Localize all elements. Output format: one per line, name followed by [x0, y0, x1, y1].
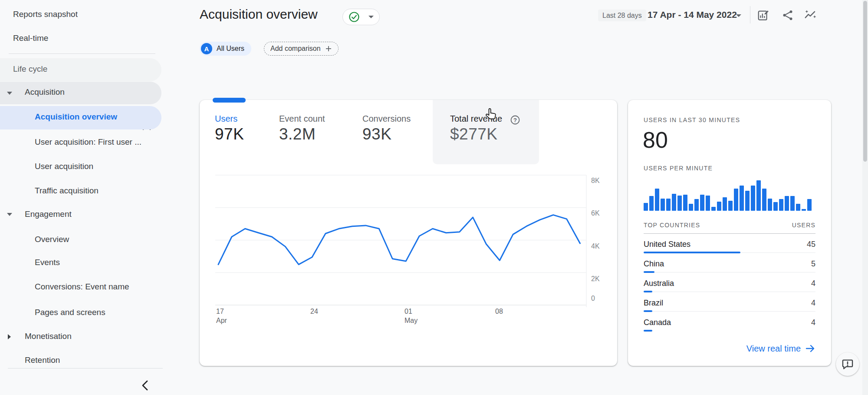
share-button[interactable] [781, 9, 794, 22]
users-per-minute-bar [711, 207, 716, 211]
metric-tab-event-count[interactable]: Event count [279, 114, 325, 124]
users-per-minute-bar [700, 195, 704, 211]
collapse-arrow-icon[interactable] [7, 213, 12, 216]
sidebar-group-acquisition[interactable]: Acquisition [0, 82, 161, 104]
date-range-selector[interactable]: 17 Apr - 14 May 2022 [648, 10, 737, 20]
country-users-bar [644, 310, 652, 312]
users-per-minute-bar [802, 209, 806, 211]
users-per-minute-bar [672, 194, 676, 211]
country-name: Brazil [644, 299, 663, 308]
users-per-minute-bar [740, 186, 744, 211]
x-axis-tick: 17Apr [216, 307, 247, 325]
country-name: Australia [644, 279, 674, 288]
users-per-minute-bar [723, 197, 727, 211]
collapse-arrow-icon[interactable] [7, 92, 12, 95]
row-divider [644, 331, 815, 331]
sidebar-divider [9, 53, 155, 54]
collapse-sidebar-button[interactable] [141, 380, 148, 392]
caret-down-icon[interactable] [736, 14, 741, 17]
users-per-minute-bar [666, 199, 671, 211]
row-divider [644, 292, 815, 292]
row-divider [644, 272, 815, 272]
feedback-button[interactable] [836, 352, 859, 376]
users-per-minute-bar [728, 201, 733, 211]
page-scrollbar-thumb[interactable] [863, 1, 867, 162]
svg-text:?: ? [513, 117, 517, 123]
all-users-label: All Users [217, 45, 244, 53]
users-per-minute-bar [649, 196, 654, 211]
insights-icon [804, 9, 817, 22]
sidebar-item-events[interactable]: Events [35, 257, 60, 268]
users-per-minute-bar [655, 189, 659, 211]
country-row-brazil: Brazil 4 [644, 298, 815, 317]
sidebar-section-life-cycle[interactable]: Life cycle [0, 58, 161, 81]
country-row-united-states: United States 45 [644, 239, 815, 259]
metric-tab-users[interactable]: Users [215, 114, 237, 124]
sidebar-item-reports-snapshot[interactable]: Reports snapshot [13, 9, 78, 20]
users-per-minute-bar [683, 195, 687, 211]
customize-report-icon [757, 9, 770, 22]
sidebar-item-user-acquisition[interactable]: User acquisition [35, 161, 93, 172]
sidebar-item-real-time[interactable]: Real-time [13, 33, 48, 44]
metric-value-users: 97K [215, 125, 244, 143]
x-axis-tick: 01May [404, 307, 435, 325]
report-status-dropdown[interactable] [342, 9, 380, 25]
users-per-minute-bar [807, 199, 812, 211]
page-title: Acquisition overview [200, 7, 318, 22]
feedback-bubble-icon [842, 358, 854, 370]
users-per-minute-bar [717, 202, 721, 211]
comparison-avatar: A [201, 43, 212, 54]
metric-value-conversions: 93K [362, 125, 391, 143]
sidebar-item-traffic-acquisition[interactable]: Traffic acquisition [35, 185, 99, 196]
add-comparison-button[interactable]: Add comparison [264, 42, 339, 56]
users-per-minute-bar [745, 191, 750, 211]
country-users-value: 4 [811, 299, 815, 308]
users-per-minute-bar [677, 196, 682, 211]
sidebar-item-conversions-event-name[interactable]: Conversions: Event name [35, 281, 129, 292]
metric-tab-conversions[interactable]: Conversions [362, 114, 411, 124]
metric-value-event-count: 3.2M [279, 125, 316, 143]
view-real-time-label: View real time [746, 344, 801, 354]
x-axis-tick: 24 [310, 307, 341, 316]
users-per-minute-bar [689, 204, 693, 211]
customize-report-button[interactable] [757, 9, 770, 22]
sidebar-item-pages-and-screens[interactable]: Pages and screens [35, 307, 105, 318]
sidebar-divider [8, 368, 163, 368]
acquisition-overview-card: Users 97K Event count 3.2M Conversions 9… [200, 100, 617, 366]
table-header-divider [644, 233, 815, 234]
sidebar-item-retention[interactable]: Retention [25, 355, 60, 366]
share-icon [781, 9, 794, 22]
plus-icon [325, 45, 332, 52]
caret-down-icon [368, 16, 374, 18]
users-last-30-min-value: 80 [643, 127, 668, 153]
country-users-bar [644, 291, 652, 292]
sidebar-item-user-acquisition-first-user[interactable]: User acquisition: First user ... [35, 136, 141, 148]
users-column-label: USERS [792, 222, 815, 229]
users-per-minute-bar [762, 189, 766, 211]
sidebar-group-engagement[interactable]: Engagement [0, 209, 161, 221]
users-per-minute-bar-chart [644, 180, 813, 211]
users-per-minute-bar [661, 199, 665, 211]
group-label: Engagement [25, 209, 72, 220]
users-line-series [218, 215, 580, 265]
expand-arrow-icon[interactable] [8, 334, 11, 339]
users-per-minute-bar [768, 199, 772, 211]
metric-value-total-revenue: $277K [450, 125, 498, 143]
date-preset-chip: Last 28 days [598, 10, 646, 21]
all-users-comparison-pill[interactable]: A All Users [200, 42, 251, 56]
sidebar-item-acquisition-overview[interactable]: Acquisition overview [0, 106, 161, 129]
insights-button[interactable] [804, 9, 817, 22]
users-per-minute-bar [790, 196, 795, 211]
selected-tab-indicator [213, 98, 246, 103]
country-users-value: 45 [807, 240, 815, 249]
country-name: China [644, 259, 664, 269]
view-real-time-link[interactable]: View real time [746, 343, 815, 354]
group-label: Acquisition [25, 87, 65, 97]
top-countries-header: TOP COUNTRIES USERS [644, 222, 815, 229]
x-axis-tick: 08 [495, 307, 526, 316]
mouse-cursor-pointer [484, 108, 498, 122]
check-circle-icon [349, 11, 360, 23]
sidebar-item-engagement-overview[interactable]: Overview [35, 234, 69, 245]
sidebar-group-monetisation[interactable]: Monetisation [0, 331, 161, 343]
help-icon[interactable]: ? [510, 115, 520, 125]
